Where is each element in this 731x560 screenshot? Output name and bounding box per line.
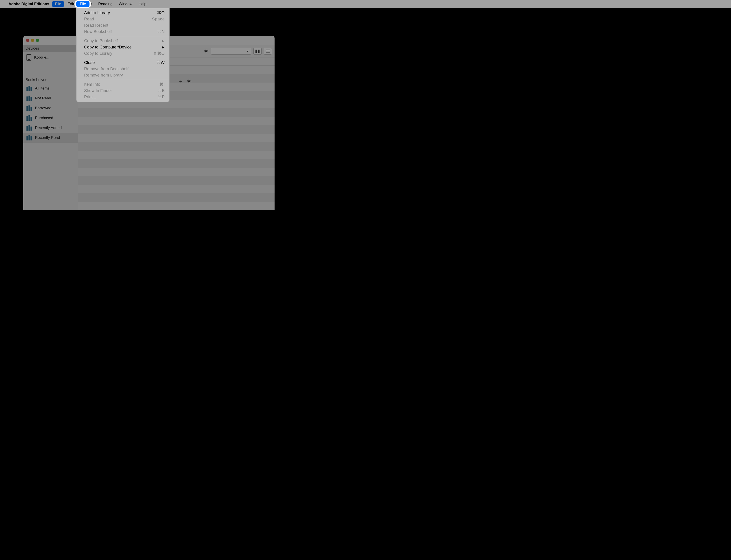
sidebar-shelf-all-items[interactable]: All Items — [23, 83, 78, 93]
svg-rect-0 — [256, 50, 257, 51]
menuitem-print: Print... ⌘P — [77, 94, 169, 100]
file-menu-dropdown: Add to Library ⌘O Read Space Read Recent… — [76, 8, 170, 102]
sidebar-item-label: Purchased — [35, 116, 53, 120]
list-row[interactable] — [78, 151, 275, 159]
sidebar-item-label: Recently Read — [35, 136, 60, 140]
sidebar-item-label: Kobo e... — [34, 55, 49, 60]
svg-rect-6 — [266, 52, 270, 53]
bookshelf-icon — [26, 115, 32, 121]
grid-view-button[interactable] — [254, 48, 262, 55]
sidebar-shelf-purchased[interactable]: Purchased — [23, 113, 78, 123]
menuitem-new-bookshelf: New Bookshelf ⌘N — [77, 28, 169, 35]
menu-file[interactable]: File — [52, 1, 64, 7]
list-row[interactable] — [78, 168, 275, 176]
menuitem-label: Close — [84, 60, 95, 65]
sidebar-header-bookshelves: Bookshelves — [26, 78, 47, 82]
menu-help[interactable]: Help — [136, 1, 150, 7]
menuitem-copy-to-bookshelf: Copy to Bookshelf ▶ — [77, 38, 169, 44]
menuitem-label: Read Recent — [84, 23, 108, 28]
close-window-button[interactable] — [26, 39, 29, 42]
ereader-icon — [26, 54, 31, 61]
menu-file-highlight[interactable]: File — [75, 0, 91, 8]
list-row[interactable] — [78, 134, 275, 142]
menuitem-shortcut: ⇧⌘O — [153, 51, 165, 56]
list-row[interactable] — [78, 125, 275, 134]
menuitem-label: Copy to Computer/Device — [84, 45, 132, 50]
svg-rect-3 — [258, 51, 260, 53]
menuitem-shortcut: ⌘N — [157, 29, 165, 34]
menuitem-label: Remove from Bookshelf — [84, 66, 128, 71]
bookshelf-options-button[interactable]: ✱▾ — [187, 79, 192, 84]
menuitem-label: Item Info — [84, 82, 100, 87]
list-row[interactable] — [78, 176, 275, 185]
bookshelf-icon — [26, 105, 32, 111]
menuitem-read-recent: Read Recent — [77, 22, 169, 28]
sidebar-item-label: Recently Added — [35, 126, 62, 130]
menuitem-item-info: Item Info ⌘I — [77, 81, 169, 87]
menuitem-read: Read Space — [77, 16, 169, 22]
sidebar-item-label: Borrowed — [35, 106, 51, 110]
menuitem-add-to-library[interactable]: Add to Library ⌘O — [77, 10, 169, 16]
svg-rect-4 — [266, 50, 270, 50]
svg-rect-5 — [266, 51, 270, 51]
menu-reading[interactable]: Reading — [95, 1, 116, 7]
menu-window[interactable]: Window — [116, 1, 135, 7]
list-row[interactable] — [78, 159, 275, 168]
menuitem-label: Read — [84, 17, 94, 22]
menuitem-shortcut: ⌘P — [158, 94, 165, 99]
list-row[interactable] — [78, 117, 275, 125]
bookshelf-icon — [26, 135, 32, 140]
submenu-arrow-icon: ▶ — [162, 45, 165, 49]
menuitem-shortcut: ⌘O — [157, 10, 165, 15]
menuitem-label: Add to Library — [84, 10, 110, 15]
menuitem-show-in-finder: Show In Finder ⌘E — [77, 87, 169, 94]
sidebar-shelf-recently-added[interactable]: Recently Added — [23, 123, 78, 133]
grid-view-icon — [256, 50, 260, 53]
list-row[interactable] — [78, 108, 275, 117]
menuitem-label: Copy to Library — [84, 51, 112, 56]
library-options-button[interactable]: ✱▾ — [204, 48, 209, 54]
sidebar-device-item[interactable]: Kobo e... — [23, 52, 78, 63]
sidebar-shelf-borrowed[interactable]: Borrowed — [23, 103, 78, 113]
submenu-arrow-icon: ▶ — [162, 39, 165, 43]
menuitem-close[interactable]: Close ⌘W — [77, 59, 169, 66]
add-bookshelf-button[interactable]: ＋ — [178, 78, 184, 85]
bookshelf-icon — [26, 96, 32, 101]
list-row[interactable] — [78, 193, 275, 202]
menu-separator — [77, 36, 169, 36]
sidebar-item-label: Not Read — [35, 96, 51, 101]
sidebar: Devices Kobo e... Bookshelves All Items … — [23, 45, 78, 210]
list-row[interactable] — [78, 185, 275, 193]
menuitem-copy-to-computer-device[interactable]: Copy to Computer/Device ▶ — [77, 44, 169, 50]
menuitem-label: Copy to Bookshelf — [84, 38, 118, 43]
sort-dropdown[interactable] — [211, 48, 251, 55]
menuitem-label: Remove from Library — [84, 73, 123, 78]
sidebar-header-devices: Devices — [23, 45, 78, 52]
menu-separator — [77, 80, 169, 80]
menuitem-shortcut: ⌘E — [158, 88, 165, 93]
sidebar-shelf-not-read[interactable]: Not Read — [23, 93, 78, 103]
bookshelf-icon — [26, 125, 32, 131]
menuitem-shortcut: Space — [152, 17, 165, 22]
system-menubar: Adobe Digital Editions File Edit Library… — [0, 0, 731, 8]
bookshelf-icon — [26, 86, 32, 91]
menuitem-remove-from-library: Remove from Library — [77, 72, 169, 78]
list-row[interactable] — [78, 142, 275, 151]
menuitem-label: Show In Finder — [84, 88, 112, 93]
sidebar-shelf-recently-read[interactable]: Recently Read — [23, 133, 78, 143]
sidebar-item-label: All Items — [35, 86, 50, 91]
svg-rect-2 — [256, 51, 257, 53]
app-menu[interactable]: Adobe Digital Editions — [6, 2, 52, 6]
menuitem-remove-from-bookshelf: Remove from Bookshelf — [77, 66, 169, 72]
window-controls — [26, 39, 39, 42]
list-view-button[interactable] — [264, 48, 272, 55]
minimize-window-button[interactable] — [31, 39, 34, 42]
menuitem-copy-to-library: Copy to Library ⇧⌘O — [77, 50, 169, 57]
menuitem-label: Print... — [84, 94, 96, 99]
menuitem-shortcut: ⌘I — [159, 82, 165, 87]
menuitem-shortcut: ⌘W — [156, 60, 165, 65]
svg-rect-1 — [258, 50, 260, 51]
menuitem-label: New Bookshelf — [84, 29, 112, 34]
zoom-window-button[interactable] — [36, 39, 39, 42]
list-view-icon — [266, 50, 270, 53]
